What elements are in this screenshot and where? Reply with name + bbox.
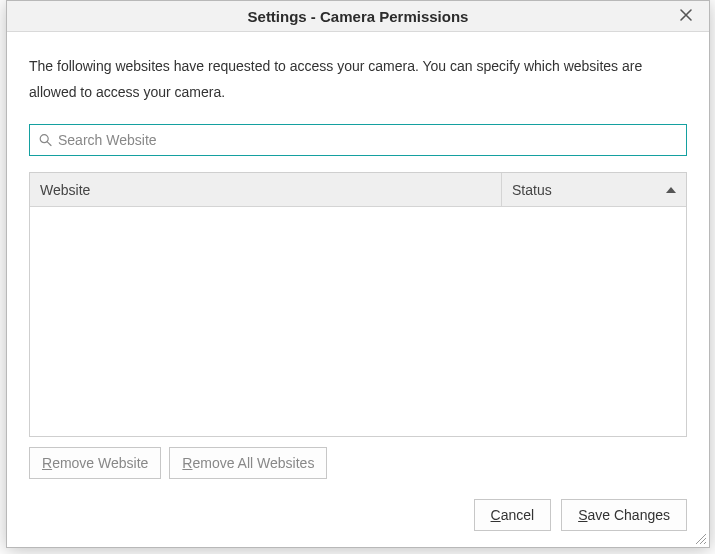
column-header-website-label: Website [40, 182, 90, 198]
column-header-status-label: Status [512, 182, 552, 198]
cancel-mnemonic: C [491, 507, 501, 523]
search-icon [39, 134, 52, 147]
titlebar: Settings - Camera Permissions [7, 1, 709, 32]
svg-line-1 [47, 142, 51, 146]
column-header-website[interactable]: Website [30, 173, 501, 206]
cancel-button[interactable]: Cancel [474, 499, 552, 531]
table-body [30, 207, 686, 436]
sort-asc-icon [666, 187, 676, 193]
resize-grip-icon[interactable] [693, 531, 707, 545]
save-mnemonic: S [578, 507, 587, 523]
close-icon [679, 8, 693, 25]
close-button[interactable] [673, 3, 699, 29]
save-rest: ave Changes [587, 507, 670, 523]
search-wrap [29, 124, 687, 156]
svg-line-4 [704, 542, 706, 544]
column-header-status[interactable]: Status [501, 173, 686, 206]
remove-all-rest: emove All Websites [192, 455, 314, 471]
settings-dialog: Settings - Camera Permissions The follow… [6, 0, 710, 548]
remove-website-rest: emove Website [52, 455, 148, 471]
search-input[interactable] [29, 124, 687, 156]
dialog-footer: Cancel Save Changes [29, 479, 687, 531]
websites-table: Website Status [29, 172, 687, 437]
description-text: The following websites have requested to… [29, 54, 687, 106]
table-header: Website Status [30, 173, 686, 207]
remove-website-mnemonic: R [42, 455, 52, 471]
remove-website-button[interactable]: Remove Website [29, 447, 161, 479]
dialog-body: The following websites have requested to… [7, 32, 709, 547]
dialog-title: Settings - Camera Permissions [248, 8, 469, 25]
cancel-rest: ancel [501, 507, 534, 523]
row-actions: Remove Website Remove All Websites [29, 447, 687, 479]
remove-all-websites-button[interactable]: Remove All Websites [169, 447, 327, 479]
save-changes-button[interactable]: Save Changes [561, 499, 687, 531]
remove-all-mnemonic: R [182, 455, 192, 471]
